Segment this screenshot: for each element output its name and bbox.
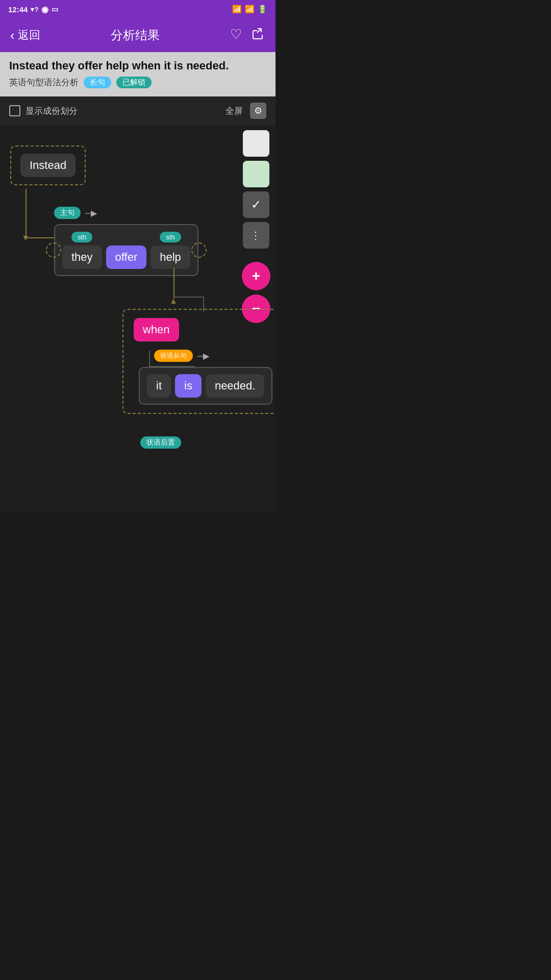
inner-h-line bbox=[149, 366, 195, 367]
page-title: 分析结果 bbox=[111, 27, 160, 43]
wifi-icon: 📶 bbox=[232, 5, 242, 14]
adv-post-label-container: 状语后置 bbox=[140, 436, 181, 449]
adv-post-tag: 状语后置 bbox=[140, 436, 181, 449]
back-button[interactable]: ‹ 返回 bbox=[10, 28, 40, 43]
top-bar: ‹ 返回 分析结果 ♡ bbox=[0, 18, 276, 52]
share-button[interactable] bbox=[251, 27, 265, 44]
they-column: sth they bbox=[62, 232, 102, 269]
sth-label-1: sth bbox=[71, 232, 92, 242]
status-left: 12:44 ▾? ◉ ▭ bbox=[8, 5, 58, 14]
is-word[interactable]: is bbox=[175, 374, 202, 398]
long-sentence-badge: 长句 bbox=[84, 77, 111, 88]
dashed-circle-right bbox=[191, 242, 207, 258]
sim-icon: ▭ bbox=[52, 5, 58, 13]
main-clause-section: 主句 ·····▶ sth they offer sth help bbox=[54, 207, 198, 276]
offer-word[interactable]: offer bbox=[106, 246, 147, 269]
controls-bar: 显示成份划分 全屏 ⚙ bbox=[0, 96, 276, 125]
checkbox-area: 显示成份划分 bbox=[9, 105, 78, 117]
time: 12:44 bbox=[8, 5, 28, 14]
sentence-text: Instead they offer help when it is neede… bbox=[9, 59, 266, 72]
show-parse-checkbox[interactable] bbox=[9, 105, 20, 116]
instead-container: Instead bbox=[10, 145, 86, 185]
v-line-1 bbox=[26, 189, 27, 237]
sth-label-2: sth bbox=[160, 232, 181, 242]
status-right: 📶 📶 🔋 bbox=[232, 5, 267, 14]
needed-word[interactable]: needed. bbox=[206, 374, 265, 398]
checkbox-label: 显示成份划分 bbox=[26, 105, 78, 117]
back-chevron-icon: ‹ bbox=[10, 28, 15, 43]
adv-clause-tag: 状语从句 bbox=[154, 350, 193, 362]
sentence-header: Instead they offer help when it is neede… bbox=[0, 52, 276, 96]
offer-column: offer bbox=[106, 231, 147, 269]
help-column: sth help bbox=[151, 232, 190, 269]
battery-icon: 🔋 bbox=[258, 5, 267, 14]
instead-word[interactable]: Instead bbox=[20, 154, 76, 177]
unlocked-badge: 已解锁 bbox=[116, 77, 152, 88]
signal-icon: ▾? bbox=[31, 6, 38, 13]
dotted-arrow-icon: ·····▶ bbox=[85, 208, 96, 218]
top-actions: ♡ bbox=[230, 27, 265, 44]
signal-bars-icon: 📶 bbox=[245, 5, 255, 14]
controls-right: 全屏 ⚙ bbox=[226, 103, 266, 119]
when-word[interactable]: when bbox=[134, 318, 179, 341]
h-connector-adv bbox=[173, 297, 204, 298]
main-clause-label-row: 主句 ·····▶ bbox=[54, 207, 198, 219]
app-logo: ◉ bbox=[41, 5, 48, 14]
inner-v-line bbox=[149, 351, 150, 366]
settings-gear-icon[interactable]: ⚙ bbox=[250, 103, 266, 119]
adv-clause-container: when 状语从句 ·····▶ it is needed. bbox=[122, 309, 276, 414]
dashed-circle-left bbox=[46, 242, 61, 258]
help-word[interactable]: help bbox=[151, 246, 190, 269]
fullscreen-label[interactable]: 全屏 bbox=[226, 105, 243, 117]
back-label: 返回 bbox=[18, 28, 40, 43]
status-bar: 12:44 ▾? ◉ ▭ 📶 📶 🔋 bbox=[0, 0, 276, 18]
sentence-meta: 英语句型语法分析 长句 已解锁 bbox=[9, 77, 266, 88]
diagram-area: ✓ ⋮ + − Instead ▼ 主句 ·····▶ bbox=[0, 125, 276, 513]
main-clause-tag: 主句 bbox=[54, 207, 81, 219]
adv-dotted-arrow-icon: ·····▶ bbox=[197, 351, 208, 361]
it-word[interactable]: it bbox=[147, 374, 171, 398]
up-arrow-icon: ▲ bbox=[169, 297, 178, 306]
meta-label: 英语句型语法分析 bbox=[9, 77, 79, 88]
inner-words-row: it is needed. bbox=[139, 367, 272, 405]
they-word[interactable]: they bbox=[62, 246, 102, 269]
h-line-1 bbox=[26, 237, 56, 238]
heart-button[interactable]: ♡ bbox=[230, 27, 242, 44]
syntax-diagram: Instead ▼ 主句 ·····▶ sth they bbox=[10, 135, 265, 503]
main-words-row: sth they offer sth help bbox=[54, 224, 198, 276]
v-line-2 bbox=[173, 268, 174, 299]
adv-clause-label-row: 状语从句 ·····▶ bbox=[154, 350, 272, 362]
